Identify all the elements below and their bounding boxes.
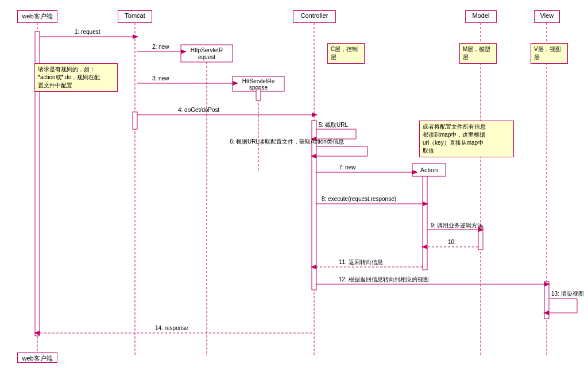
svg-text:11: 返回转向信息: 11: 返回转向信息 <box>339 259 383 265</box>
svg-text:9: 调用业务逻辑方法: 9: 调用业务逻辑方法 <box>431 222 483 228</box>
svg-text:12: 根据返回信息转向到相应的视图: 12: 根据返回信息转向到相应的视图 <box>339 276 429 282</box>
svg-text:13: 渲染视图: 13: 渲染视图 <box>551 290 584 297</box>
svg-text:6: 根据URL读取配置文件，获取Action类信息: 6: 根据URL读取配置文件，获取Action类信息 <box>230 138 344 145</box>
actor-tomcat: Tomcat <box>118 10 152 23</box>
arrows-layer: HttpServletR equest HttServletRe sponse … <box>0 0 588 368</box>
svg-marker-49 <box>544 282 550 286</box>
actor-controller: Controller <box>293 10 336 23</box>
actor-view: View <box>534 10 560 23</box>
svg-marker-43 <box>478 227 484 232</box>
svg-rect-19 <box>256 89 261 100</box>
svg-marker-27 <box>233 81 238 86</box>
svg-text:4: doGet/doPost: 4: doGet/doPost <box>178 107 219 113</box>
svg-marker-53 <box>543 311 549 315</box>
note-web: 请求是有规则的，如：*action或*.do，规则在配置文件中配置 <box>34 63 118 92</box>
svg-rect-15 <box>233 76 284 91</box>
svg-text:Action: Action <box>420 166 438 173</box>
svg-rect-8 <box>423 169 427 270</box>
svg-text:7: new: 7: new <box>339 164 356 171</box>
svg-text:2: new: 2: new <box>152 44 169 50</box>
actor-web-bottom: web客户端 <box>17 352 57 363</box>
svg-text:sponse: sponse <box>249 84 268 91</box>
svg-text:5: 截取URL: 5: 截取URL <box>319 122 349 128</box>
actor-model: Model <box>465 10 497 23</box>
note-map: 或者将配置文件所有信息都读到map中，这里根据url（key）直接从map中取值 <box>419 121 514 157</box>
svg-marker-41 <box>423 202 428 206</box>
svg-text:HttpServletR: HttpServletR <box>191 47 223 53</box>
svg-rect-9 <box>478 227 483 250</box>
sequence-diagram: HttpServletR equest HttServletRe sponse … <box>0 0 588 368</box>
note-m: M层，模型层 <box>459 43 497 64</box>
svg-marker-45 <box>421 245 427 249</box>
svg-marker-25 <box>181 49 187 54</box>
svg-rect-11 <box>181 45 233 62</box>
svg-rect-6 <box>133 112 137 129</box>
svg-marker-23 <box>133 34 138 39</box>
svg-rect-7 <box>312 121 316 290</box>
svg-text:equest: equest <box>198 54 215 60</box>
note-v: V层，视图层 <box>531 43 568 64</box>
svg-text:10:: 10: <box>448 239 456 245</box>
svg-marker-37 <box>311 154 316 158</box>
svg-marker-29 <box>312 113 318 117</box>
svg-text:HttServletRe: HttServletRe <box>242 78 275 84</box>
svg-text:14: response: 14: response <box>155 325 188 331</box>
svg-rect-10 <box>544 281 549 319</box>
svg-marker-39 <box>412 170 418 175</box>
actor-web: web客户端 <box>17 10 57 23</box>
note-c: C层，控制层 <box>327 43 365 64</box>
svg-rect-20 <box>412 164 446 176</box>
svg-text:8: execute(request,response): 8: execute(request,response) <box>322 196 396 202</box>
svg-text:3: new: 3: new <box>152 75 169 82</box>
svg-marker-33 <box>311 137 316 141</box>
svg-text:1: request: 1: request <box>75 29 100 35</box>
svg-marker-55 <box>34 331 40 335</box>
svg-marker-47 <box>311 265 316 269</box>
